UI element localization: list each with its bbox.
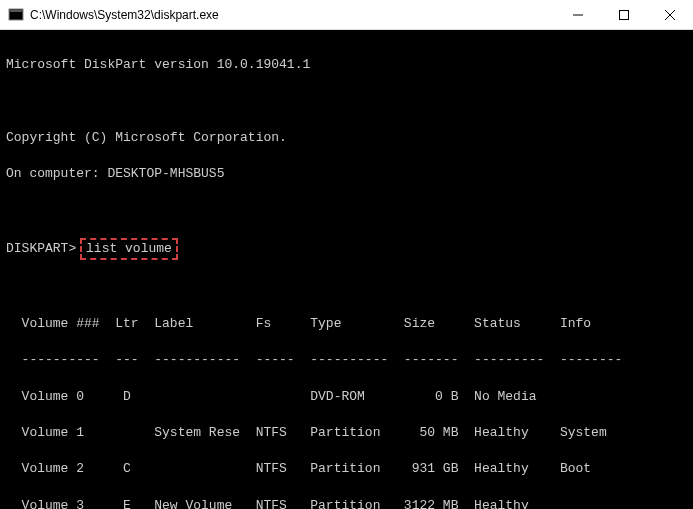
version-line: Microsoft DiskPart version 10.0.19041.1	[6, 56, 687, 74]
table-row: Volume 2 C NTFS Partition 931 GB Healthy…	[6, 460, 687, 478]
table-header: Volume ### Ltr Label Fs Type Size Status…	[6, 315, 687, 333]
table-row: Volume 1 System Rese NTFS Partition 50 M…	[6, 424, 687, 442]
maximize-button[interactable]	[601, 0, 647, 29]
blank-line	[6, 93, 687, 111]
window-controls	[555, 0, 693, 29]
prompt-text: DISKPART>	[6, 241, 76, 256]
copyright-line: Copyright (C) Microsoft Corporation.	[6, 129, 687, 147]
app-icon	[8, 7, 24, 23]
close-button[interactable]	[647, 0, 693, 29]
terminal-output[interactable]: Microsoft DiskPart version 10.0.19041.1 …	[0, 30, 693, 509]
svg-rect-3	[620, 10, 629, 19]
table-row: Volume 0 D DVD-ROM 0 B No Media	[6, 388, 687, 406]
prompt-line-1: DISKPART> list volume	[6, 238, 687, 260]
command-1: list volume	[86, 241, 172, 256]
window-title: C:\Windows\System32\diskpart.exe	[30, 8, 555, 22]
computer-line: On computer: DESKTOP-MHSBUS5	[6, 165, 687, 183]
blank-line	[6, 202, 687, 220]
table-row: Volume 3 E New Volume NTFS Partition 312…	[6, 497, 687, 509]
minimize-button[interactable]	[555, 0, 601, 29]
window: C:\Windows\System32\diskpart.exe Microso…	[0, 0, 693, 509]
table-divider: ---------- --- ----------- ----- -------…	[6, 351, 687, 369]
command-highlight: list volume	[80, 238, 178, 260]
titlebar[interactable]: C:\Windows\System32\diskpart.exe	[0, 0, 693, 30]
svg-rect-1	[10, 10, 22, 12]
blank-line	[6, 278, 687, 296]
